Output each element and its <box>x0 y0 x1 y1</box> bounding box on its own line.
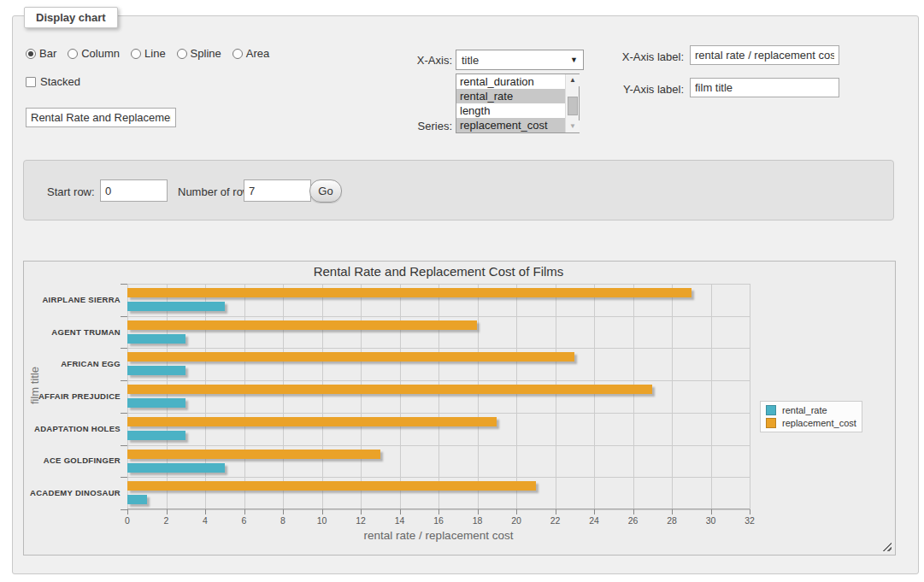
gridline <box>127 348 750 349</box>
x-tick-mark <box>556 509 556 514</box>
legend-swatch <box>766 405 776 415</box>
series-option[interactable]: replacement_cost <box>456 118 565 132</box>
y-axis-label-label: Y-Axis label: <box>598 83 684 96</box>
y-axis-label-input[interactable] <box>690 78 839 97</box>
series-multiselect[interactable]: rental_durationrental_ratelengthreplacem… <box>456 73 580 133</box>
x-tick-mark <box>244 509 245 514</box>
x-tick-mark <box>594 509 595 514</box>
x-tick-label: 22 <box>539 515 573 526</box>
x-tick-mark <box>167 509 168 514</box>
x-tick-mark <box>438 509 439 514</box>
gridline <box>283 284 284 509</box>
bar-rental_rate <box>127 302 225 311</box>
chart-title: Rental Rate and Replacement Cost of Film… <box>182 264 695 279</box>
radio-icon[interactable] <box>26 49 36 59</box>
x-tick-mark <box>400 509 401 514</box>
chevron-down-icon: ▼ <box>570 56 578 64</box>
category-label: AFFAIR PREJUDICE <box>26 391 121 401</box>
fieldset-legend: Display chart <box>24 7 118 28</box>
x-tick-label: 26 <box>616 515 650 526</box>
stacked-label: Stacked <box>40 75 80 88</box>
gridline <box>127 380 750 381</box>
category-label: ADAPTATION HOLES <box>26 424 121 433</box>
x-tick-label: 32 <box>733 515 767 526</box>
gridline <box>127 413 750 414</box>
x-tick-label: 14 <box>383 515 417 526</box>
bar-rental_rate <box>127 431 185 440</box>
legend-item: rental_rate <box>766 405 856 415</box>
chart-type-label: Area <box>246 47 269 60</box>
gridline <box>516 284 517 509</box>
page: Display chart BarColumnLineSplineArea St… <box>0 0 924 582</box>
x-tick-mark <box>283 509 284 514</box>
chart-type-option-line[interactable]: Line <box>131 47 166 60</box>
legend-label: rental_rate <box>782 405 827 415</box>
radio-icon[interactable] <box>177 49 187 59</box>
y-tick-mark <box>121 348 127 349</box>
scrollbar[interactable]: ▲ ▼ <box>565 74 579 132</box>
x-tick-label: 2 <box>150 515 184 526</box>
gridline <box>205 284 206 509</box>
chart-type-label: Line <box>144 47 166 60</box>
y-tick-mark <box>121 413 127 414</box>
series-option[interactable]: rental_rate <box>456 89 565 103</box>
x-axis-label-label: X-Axis label: <box>598 50 684 63</box>
bar-replacement_cost <box>127 320 477 330</box>
y-tick-mark <box>121 509 127 510</box>
chart-type-option-column[interactable]: Column <box>68 47 120 60</box>
x-axis-label-input[interactable] <box>690 45 839 65</box>
gridline <box>556 284 556 509</box>
gridline <box>711 284 712 509</box>
chart-type-option-bar[interactable]: Bar <box>26 47 56 60</box>
x-tick-mark <box>478 509 479 514</box>
gridline <box>594 284 595 509</box>
gridline <box>167 284 168 509</box>
x-tick-label: 10 <box>305 515 339 526</box>
series-option[interactable]: rental_duration <box>456 74 565 89</box>
go-button[interactable]: Go <box>309 179 342 203</box>
scrollbar-thumb[interactable] <box>568 97 578 115</box>
y-tick-mark <box>121 445 127 446</box>
chart-title-input[interactable] <box>26 108 176 127</box>
x-axis-select[interactable]: title ▼ <box>456 50 584 70</box>
x-tick-mark <box>672 509 673 514</box>
start-row-label: Start row: <box>47 185 95 198</box>
scroll-up-icon[interactable]: ▲ <box>566 74 580 86</box>
chart-legend: rental_ratereplacement_cost <box>760 401 862 432</box>
scroll-down-icon[interactable]: ▼ <box>566 121 580 132</box>
gridline <box>127 284 750 285</box>
series-options: rental_durationrental_ratelengthreplacem… <box>456 74 565 132</box>
y-tick-mark <box>121 284 127 285</box>
y-tick-mark <box>121 477 127 478</box>
gridline <box>478 284 479 509</box>
category-label: ACE GOLDFINGER <box>26 456 121 465</box>
x-tick-mark <box>711 509 712 514</box>
series-option[interactable]: length <box>456 103 565 118</box>
bar-replacement_cost <box>127 417 497 426</box>
bar-replacement_cost <box>127 481 536 491</box>
radio-icon[interactable] <box>131 49 141 59</box>
category-label: AGENT TRUMAN <box>26 327 121 337</box>
x-tick-label: 20 <box>499 515 533 526</box>
resize-grip-icon[interactable] <box>882 542 892 551</box>
x-tick-mark <box>322 509 323 514</box>
bar-rental_rate <box>127 366 185 375</box>
gridline <box>127 477 750 478</box>
y-tick-mark <box>121 316 127 317</box>
legend-item: replacement_cost <box>766 418 856 428</box>
x-tick-mark <box>633 509 634 514</box>
category-label: ACADEMY DINOSAUR <box>26 488 121 497</box>
chart-type-option-area[interactable]: Area <box>232 47 269 60</box>
radio-icon[interactable] <box>68 49 78 59</box>
gridline <box>127 445 750 446</box>
gridline <box>127 316 750 317</box>
x-tick-mark <box>361 509 362 514</box>
gridline <box>127 284 128 509</box>
stacked-checkbox[interactable] <box>26 77 36 87</box>
radio-icon[interactable] <box>232 49 243 59</box>
bar-replacement_cost <box>127 450 380 459</box>
num-rows-input[interactable] <box>244 179 311 202</box>
start-row-input[interactable] <box>100 179 168 202</box>
chart-type-option-spline[interactable]: Spline <box>177 47 221 60</box>
x-tick-mark <box>127 509 128 514</box>
